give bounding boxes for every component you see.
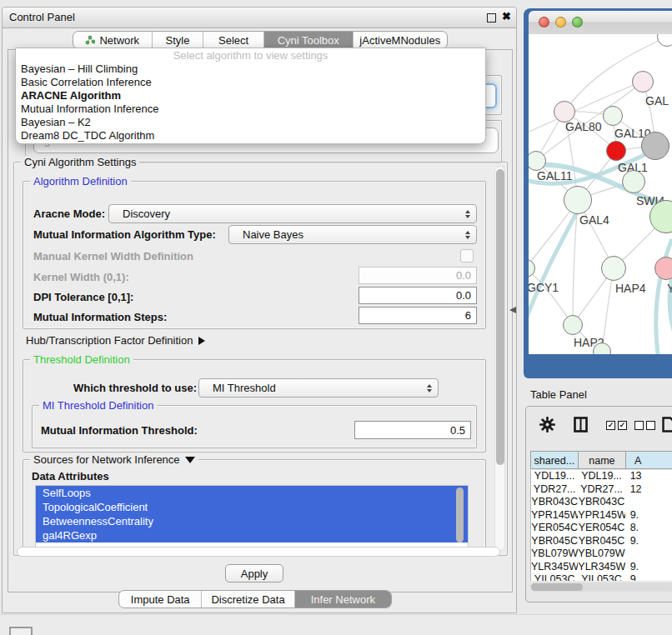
tab-label: Network [99,34,139,47]
table-body[interactable]: YDL19...YDL19...13YDR27...YDR27...12YBR0… [530,470,672,581]
attribute-list-item[interactable]: SelfLoops [36,486,468,500]
network-view-window[interactable]: GALGAL80GAL10GAL1GAL11SWI4GAL4GCY1HAP4YH… [524,8,672,378]
tab-impute-data[interactable]: Impute Data [119,591,201,608]
table-cell: 12 [625,483,672,497]
data-attributes-list[interactable]: SelfLoopsTopologicalCoefficientBetweenne… [35,485,469,550]
apply-button[interactable]: Apply [225,564,283,582]
attribute-list-item[interactable]: gal4RGexp [36,528,468,542]
table-hscrollbar-thumb[interactable] [531,583,583,591]
column-header-next[interactable]: A [626,451,672,469]
attributes-scrollbar-thumb[interactable] [456,488,464,542]
algorithm-option[interactable]: Mutual Information Inference [16,102,485,116]
bottom-tabbar: Impute Data Discretize Data Infer Networ… [118,590,392,608]
network-canvas[interactable]: GALGAL80GAL10GAL1GAL11SWI4GAL4GCY1HAP4YH… [529,34,672,354]
tab-jactivemnodules[interactable]: jActiveMNodules [353,32,448,48]
node-label: GAL11 [537,169,573,182]
close-traffic-light[interactable] [539,17,549,28]
dpi-tolerance-field[interactable] [359,287,477,304]
tab-network[interactable]: Network [73,32,152,48]
settings-scrollbar[interactable] [494,166,505,551]
table-row[interactable]: YBL079WYBL079W [531,548,672,561]
network-node[interactable] [641,132,669,160]
threshold-definition-title: Threshold Definition [30,353,133,366]
tab-infer-network[interactable]: Infer Network [294,591,391,608]
algorithm-option[interactable]: Basic Correlation Inference [16,76,485,89]
network-node-hap4[interactable] [601,256,626,281]
show-columns-icon[interactable] [574,417,588,436]
table-row[interactable]: YDR27...YDR27...12 [531,483,672,497]
algorithm-option[interactable]: Dream8 DC_TDC Algorithm [16,129,485,142]
cyni-algorithm-settings-group: Cyni Algorithm Settings Algorithm Defini… [13,162,508,556]
network-node-gal4[interactable] [564,186,592,214]
table-cell: YBR043C [578,496,624,509]
table-row[interactable]: YIL053CYIL053C9. [531,573,672,581]
control-panel-titlebar[interactable]: Control Panel ✖ [3,8,516,28]
table-row[interactable]: YLR345WYLR345W9. [531,561,672,574]
hub-definition-expander[interactable]: Hub/Transcription Factor Definition [26,334,205,347]
table-cell: 9. [625,573,672,581]
table-cell [625,496,672,509]
tab-style[interactable]: Style [152,32,203,48]
kernel-width-field[interactable] [359,267,477,284]
mi-steps-label: Mutual Information Steps: [33,311,167,323]
sources-group: Sources for Network Inference Data Attri… [23,459,486,554]
manual-kernel-checkbox[interactable] [460,249,474,262]
mi-steps-field[interactable] [359,307,477,324]
mi-type-combo[interactable]: Naive Bayes [228,225,477,244]
tab-discretize-data[interactable]: Discretize Data [201,591,293,608]
column-header-shared-name[interactable]: shared... [530,451,579,469]
maximize-icon[interactable] [487,13,496,22]
gear-icon[interactable] [539,417,555,436]
stepper-icon [465,210,470,218]
table-cell: YPR145W [578,509,624,522]
mouse-cursor [509,307,516,313]
table-cell: YLR345W [578,561,624,574]
table-row[interactable]: YBR043CYBR043C [531,496,672,509]
network-node-swi4[interactable] [622,170,645,193]
algorithm-option[interactable]: Bayesian – Hill Climbing [16,62,485,76]
sources-group-title: Sources for Network Inference [33,453,180,466]
table-row[interactable]: YPR145WYPR145W9. [531,509,672,522]
table-row[interactable]: YDL19...YDL19...13 [531,470,672,483]
table-row[interactable]: YER054CYER054C8. [531,522,672,535]
tab-label: jActiveMNodules [359,34,440,47]
settings-hscrollbar[interactable] [17,547,500,557]
tab-select[interactable]: Select [203,32,263,48]
attribute-list-item[interactable]: TopologicalCoefficient [36,500,468,514]
aracne-mode-value: Discovery [109,208,170,220]
close-icon[interactable]: ✖ [502,10,511,22]
column-header-name[interactable]: name [579,451,626,469]
table-hscrollbar[interactable] [530,582,672,592]
table-row[interactable]: YBR045CYBR045C9. [531,535,672,548]
algorithm-definition-group: Algorithm Definition Aracne Mode: Discov… [23,181,486,329]
collapsed-panel-icon[interactable] [9,627,33,635]
algorithm-option[interactable]: Bayesian – K2 [16,116,485,129]
aracne-mode-combo[interactable]: Discovery [108,204,477,223]
settings-scrollbar-thumb[interactable] [496,169,504,465]
table-toolbar: ✓✓ [526,415,672,438]
network-window-titlebar[interactable] [529,11,672,35]
mi-threshold-group-title: MI Threshold Definition [39,399,157,412]
attribute-list-item[interactable]: BetweennessCentrality [36,514,468,528]
network-node-gal1[interactable] [606,141,626,161]
deselect-all-columns-icon[interactable] [634,421,655,430]
zoom-traffic-light[interactable] [572,17,583,28]
network-node-gal[interactable] [632,71,654,92]
mi-threshold-field[interactable] [354,421,471,439]
table-cell: YBR043C [531,496,578,509]
new-table-icon[interactable] [662,417,672,436]
table-cell: YDL19... [578,470,624,483]
network-node-hap2[interactable] [563,315,583,335]
expand-right-icon [198,337,205,345]
table-cell: YLR345W [531,561,578,574]
select-all-columns-icon[interactable]: ✓✓ [606,421,627,430]
tab-label: Cyni Toolbox [278,34,339,47]
apply-button-label: Apply [241,568,268,580]
network-node-y[interactable] [654,257,672,280]
network-node-gal10[interactable] [603,106,623,126]
algorithm-option[interactable]: ARACNE Algorithm [16,89,485,102]
minimize-traffic-light[interactable] [555,17,566,28]
sources-group-title-row[interactable]: Sources for Network Inference [30,453,198,466]
tab-cyni-toolbox[interactable]: Cyni Toolbox [263,32,353,48]
which-threshold-combo[interactable]: MI Threshold [198,378,439,398]
